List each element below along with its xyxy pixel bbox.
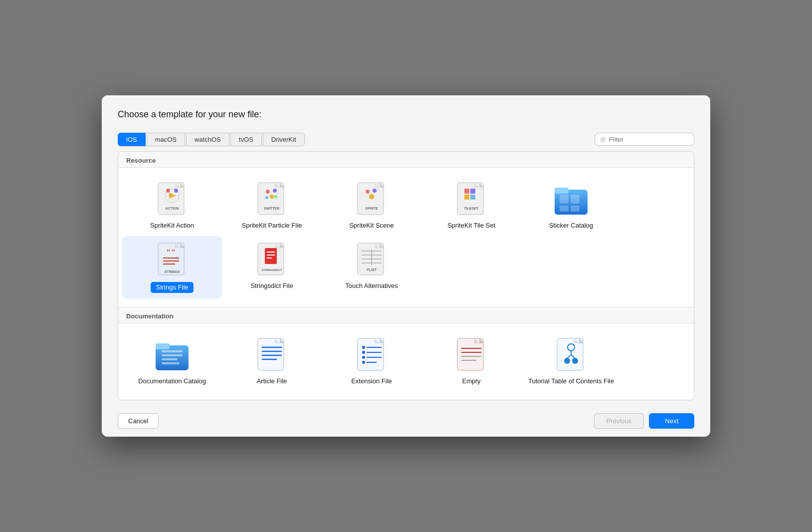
spritekit-tileset-icon: TILESET xyxy=(453,182,489,218)
item-stringsdict-file[interactable]: STRINGSDICT Stringsdict File xyxy=(222,236,322,299)
svg-text:SPRITE: SPRITE xyxy=(365,207,378,210)
svg-point-102 xyxy=(564,358,570,364)
item-strings-file[interactable]: " " STRINGS Strings File xyxy=(122,236,222,299)
resource-items-grid: ACTION SpriteKit Action xyxy=(118,168,694,308)
item-empty[interactable]: Empty xyxy=(421,331,521,392)
svg-rect-28 xyxy=(470,189,475,194)
filter-icon: ⊜ xyxy=(600,135,606,143)
touch-alternatives-icon: PLIST xyxy=(354,242,390,278)
svg-rect-66 xyxy=(162,350,183,352)
modal-header: Choose a template for your new file: xyxy=(102,95,710,128)
svg-point-22 xyxy=(369,194,374,199)
svg-text:PLIST: PLIST xyxy=(367,268,377,271)
svg-rect-30 xyxy=(470,195,475,200)
svg-point-21 xyxy=(373,189,377,193)
svg-rect-34 xyxy=(560,195,569,204)
item-doc-catalog[interactable]: Documentation Catalog xyxy=(122,331,222,392)
item-spritekit-particle[interactable]: EMITTER SpriteKit Particle File xyxy=(222,176,322,236)
svg-rect-50 xyxy=(265,248,277,264)
svg-text:ACTION: ACTION xyxy=(166,207,179,210)
item-touch-alternatives[interactable]: PLIST Touch Alternatives xyxy=(322,236,421,299)
modal-title: Choose a template for your new file: xyxy=(118,109,694,120)
svg-rect-69 xyxy=(162,362,180,364)
stringsdict-file-label: Stringsdict File xyxy=(250,282,293,290)
filter-input[interactable] xyxy=(609,136,689,143)
filter-input-wrap: ⊜ xyxy=(595,133,694,146)
svg-rect-68 xyxy=(162,358,178,360)
spritekit-particle-icon: EMITTER xyxy=(254,182,290,218)
tutorial-toc-label: Tutorial Table of Contents File xyxy=(528,377,614,386)
svg-point-11 xyxy=(266,190,270,194)
documentation-items-grid: Documentation Catalog Arti xyxy=(118,323,694,400)
svg-point-80 xyxy=(362,346,365,349)
svg-rect-65 xyxy=(156,343,170,349)
svg-text:STRINGSDICT: STRINGSDICT xyxy=(262,268,282,271)
svg-rect-35 xyxy=(571,195,580,204)
svg-text:TILESET: TILESET xyxy=(464,207,479,210)
tab-tvos[interactable]: tvOS xyxy=(230,133,262,146)
svg-rect-36 xyxy=(560,206,569,212)
spritekit-scene-label: SpriteKit Scene xyxy=(349,222,394,230)
tab-macos[interactable]: macOS xyxy=(147,133,185,146)
extension-file-label: Extension File xyxy=(351,377,392,386)
svg-point-13 xyxy=(270,195,274,199)
spritekit-scene-icon: SPRITE xyxy=(354,182,390,218)
article-file-icon xyxy=(254,337,290,373)
svg-point-86 xyxy=(362,361,365,364)
sticker-catalog-label: Sticker Catalog xyxy=(549,222,593,230)
spritekit-tileset-label: SpriteKit Tile Set xyxy=(447,222,495,230)
item-spritekit-tileset[interactable]: TILESET SpriteKit Tile Set xyxy=(421,176,521,236)
svg-point-103 xyxy=(572,358,578,364)
template-chooser-modal: Choose a template for your new file: iOS… xyxy=(102,95,710,437)
item-tutorial-toc[interactable]: Tutorial Table of Contents File xyxy=(521,331,621,392)
svg-rect-67 xyxy=(162,354,183,356)
svg-rect-37 xyxy=(571,206,580,212)
svg-text:": " xyxy=(171,248,176,257)
svg-point-14 xyxy=(265,196,268,199)
strings-file-icon: " " STRINGS xyxy=(154,242,190,278)
empty-file-icon xyxy=(453,337,489,373)
modal-footer: Cancel Previous Next xyxy=(102,405,710,437)
svg-point-6 xyxy=(174,189,178,193)
svg-point-5 xyxy=(166,189,170,193)
item-spritekit-scene[interactable]: SPRITE SpriteKit Scene xyxy=(322,176,421,236)
svg-rect-33 xyxy=(555,188,569,194)
svg-point-84 xyxy=(362,356,365,359)
tutorial-toc-icon xyxy=(553,337,589,373)
next-button[interactable]: Next xyxy=(649,413,694,429)
svg-text:": " xyxy=(166,248,171,257)
tab-watchos[interactable]: watchOS xyxy=(186,133,229,146)
sticker-catalog-icon xyxy=(553,182,589,218)
svg-rect-29 xyxy=(464,195,469,200)
spritekit-action-label: SpriteKit Action xyxy=(150,222,194,230)
svg-rect-27 xyxy=(464,189,469,194)
doc-catalog-label: Documentation Catalog xyxy=(138,377,206,386)
svg-point-82 xyxy=(362,351,365,354)
tab-driverkit[interactable]: DriverKit xyxy=(263,133,305,146)
empty-label: Empty xyxy=(462,377,481,386)
item-sticker-catalog[interactable]: Sticker Catalog xyxy=(521,176,621,236)
spritekit-particle-label: SpriteKit Particle File xyxy=(242,222,302,230)
svg-text:EMITTER: EMITTER xyxy=(264,207,280,210)
strings-file-label: Strings File xyxy=(151,282,193,293)
doc-catalog-icon xyxy=(154,337,190,373)
tab-bar: iOS macOS watchOS tvOS DriverKit ⊜ xyxy=(102,128,710,146)
filter-container: ⊜ xyxy=(595,133,694,146)
cancel-button[interactable]: Cancel xyxy=(118,413,159,429)
stringsdict-file-icon: STRINGSDICT xyxy=(254,242,290,278)
svg-point-20 xyxy=(366,190,370,194)
tab-ios[interactable]: iOS xyxy=(118,133,146,146)
article-file-label: Article File xyxy=(257,377,287,386)
item-spritekit-action[interactable]: ACTION SpriteKit Action xyxy=(122,176,222,236)
svg-text:STRINGS: STRINGS xyxy=(164,270,180,273)
svg-point-12 xyxy=(273,189,277,193)
spritekit-action-icon: ACTION xyxy=(154,182,190,218)
extension-file-icon xyxy=(354,337,390,373)
item-article-file[interactable]: Article File xyxy=(222,331,322,392)
previous-button[interactable]: Previous xyxy=(594,413,644,429)
item-extension-file[interactable]: Extension File xyxy=(322,331,421,392)
touch-alternatives-label: Touch Alternatives xyxy=(345,282,398,290)
template-grid-container: Resource ACTION xyxy=(118,151,694,401)
section-resource: Resource xyxy=(118,152,694,168)
nav-buttons: Previous Next xyxy=(594,413,694,429)
